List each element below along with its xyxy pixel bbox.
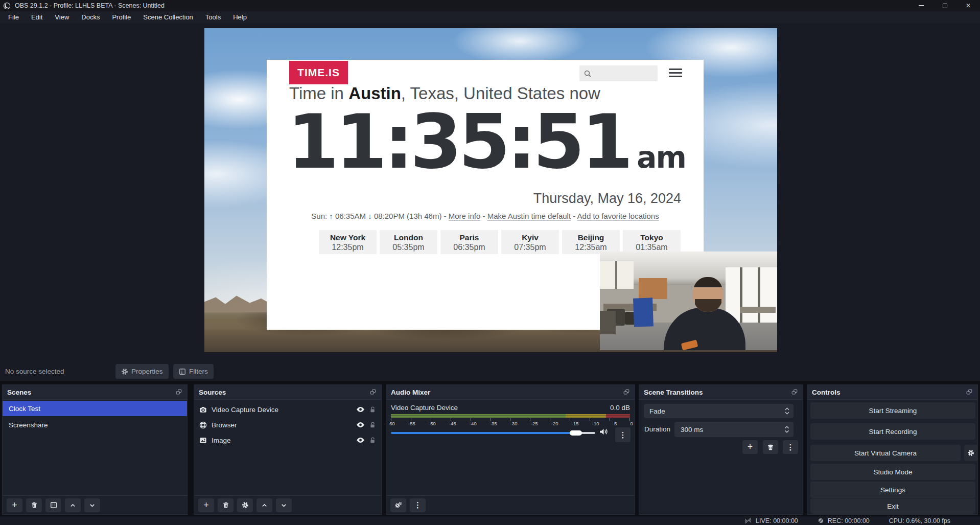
- live-status: LIVE: 00:00:00: [744, 517, 798, 524]
- link-separator: -: [480, 212, 487, 220]
- city-tokyo[interactable]: Tokyo01:35am: [623, 230, 681, 254]
- maximize-button[interactable]: [933, 0, 956, 11]
- audio-mixer-header[interactable]: Audio Mixer: [386, 385, 635, 400]
- status-bar: LIVE: 00:00:00 REC: 00:00:00 CPU: 0.6%, …: [0, 516, 980, 525]
- scenes-panel-header[interactable]: Scenes: [3, 385, 187, 400]
- controls-header[interactable]: Controls: [807, 385, 977, 400]
- city-beijing[interactable]: Beijing12:35am: [562, 230, 620, 254]
- minimize-button[interactable]: [909, 0, 933, 11]
- city-newyork[interactable]: New York12:35pm: [319, 230, 377, 254]
- mixer-options-button[interactable]: ⋮: [615, 427, 631, 442]
- meter-scale: -60-55-50-45-40-35-30-25-20-15-10-50: [388, 421, 633, 426]
- volume-slider-handle[interactable]: [570, 430, 582, 436]
- close-button[interactable]: ✕: [956, 0, 980, 11]
- chevron-up-icon: [261, 502, 268, 509]
- source-properties-button[interactable]: [237, 498, 253, 512]
- visibility-eye-icon[interactable]: [356, 437, 365, 443]
- webcam-desk: [740, 307, 775, 313]
- sources-panel-header[interactable]: Sources: [194, 385, 381, 400]
- sources-panel: Sources Video Capture Device Browser Ima…: [194, 384, 382, 515]
- broadcast-icon: [744, 517, 752, 524]
- city-london[interactable]: London05:35pm: [380, 230, 437, 254]
- studio-mode-button[interactable]: Studio Mode: [810, 464, 975, 480]
- make-default-link[interactable]: Make Austin time default: [487, 212, 571, 220]
- source-item-video-capture[interactable]: Video Capture Device: [194, 402, 381, 417]
- duration-label: Duration: [644, 425, 670, 433]
- gear-icon: [967, 449, 974, 456]
- remove-source-button[interactable]: [218, 498, 234, 512]
- move-scene-up-button[interactable]: [65, 498, 81, 512]
- popout-icon[interactable]: [369, 389, 377, 396]
- scene-filters-button[interactable]: [45, 498, 61, 512]
- add-favorite-link[interactable]: Add to favorite locations: [577, 212, 659, 220]
- visibility-eye-icon[interactable]: [356, 406, 365, 413]
- menu-view[interactable]: View: [49, 11, 75, 23]
- spinner-chevrons-icon[interactable]: [780, 426, 794, 433]
- add-transition-button[interactable]: +: [742, 440, 758, 454]
- popout-icon[interactable]: [966, 389, 973, 396]
- record-disc-icon: [818, 517, 824, 524]
- webcam-overlay[interactable]: [600, 252, 777, 350]
- start-streaming-button[interactable]: Start Streaming: [810, 402, 975, 419]
- remove-scene-button[interactable]: [26, 498, 42, 512]
- lock-icon[interactable]: [369, 437, 376, 444]
- speaker-icon[interactable]: [599, 428, 609, 436]
- source-item-browser[interactable]: Browser: [194, 417, 381, 432]
- popout-icon[interactable]: [623, 389, 630, 396]
- start-virtual-camera-button[interactable]: Start Virtual Camera: [810, 445, 961, 461]
- virtual-camera-settings-button[interactable]: [964, 445, 977, 461]
- menu-docks[interactable]: Docks: [75, 11, 106, 23]
- transitions-header[interactable]: Scene Transitions: [639, 385, 803, 400]
- no-source-selected-label: No source selected: [5, 362, 64, 381]
- title-bar: OBS 29.1.2 - Profile: LLHLS BETA - Scene…: [0, 0, 980, 11]
- duration-spinner[interactable]: 300 ms: [674, 422, 794, 437]
- volume-meter: [391, 414, 630, 416]
- move-source-up-button[interactable]: [256, 498, 272, 512]
- source-item-image[interactable]: Image: [194, 432, 381, 448]
- more-info-link[interactable]: More info: [449, 212, 481, 220]
- window-controls: ✕: [909, 0, 980, 11]
- lock-icon[interactable]: [369, 406, 376, 413]
- hamburger-menu-icon[interactable]: [669, 69, 682, 77]
- mixer-menu-button[interactable]: ⋮: [410, 498, 426, 512]
- webcam-window-right: [726, 267, 777, 323]
- settings-button[interactable]: Settings: [810, 482, 975, 498]
- start-recording-button[interactable]: Start Recording: [810, 423, 975, 440]
- scenes-toolbar: +: [3, 495, 187, 514]
- lock-icon[interactable]: [369, 421, 376, 428]
- popout-icon[interactable]: [791, 389, 798, 396]
- mixer-db-value: 0.0 dB: [610, 404, 630, 412]
- transition-select[interactable]: Fade: [644, 404, 794, 418]
- advanced-audio-button[interactable]: [390, 498, 406, 512]
- properties-button[interactable]: Properties: [115, 364, 169, 379]
- sun-times: Sun: ↑ 06:35AM ↓ 08:20PM (13h 46m) -: [311, 212, 448, 220]
- add-source-button[interactable]: +: [198, 498, 214, 512]
- volume-meter: [391, 416, 630, 418]
- popout-icon[interactable]: [175, 389, 182, 396]
- chevron-down-icon: [89, 502, 96, 509]
- move-scene-down-button[interactable]: [84, 498, 100, 512]
- remove-transition-button[interactable]: [763, 440, 778, 454]
- menu-file[interactable]: File: [2, 11, 25, 23]
- menu-tools[interactable]: Tools: [199, 11, 227, 23]
- volume-slider[interactable]: [391, 432, 595, 434]
- menu-help[interactable]: Help: [227, 11, 253, 23]
- menu-scene-collection[interactable]: Scene Collection: [137, 11, 199, 23]
- menu-edit[interactable]: Edit: [25, 11, 49, 23]
- menu-profile[interactable]: Profile: [106, 11, 137, 23]
- visibility-eye-icon[interactable]: [356, 422, 365, 428]
- search-input[interactable]: [579, 65, 658, 81]
- move-source-down-button[interactable]: [276, 498, 292, 512]
- transition-options-button[interactable]: ⋮: [783, 440, 798, 454]
- city-kyiv[interactable]: Kyiv07:35pm: [501, 230, 559, 254]
- date-text: Thursday, May 16, 2024: [533, 191, 681, 207]
- add-scene-button[interactable]: +: [7, 498, 22, 512]
- scene-item-clock-test[interactable]: Clock Test: [3, 401, 187, 416]
- scene-item-screenshare[interactable]: Screenshare: [3, 417, 187, 432]
- exit-button[interactable]: Exit: [810, 498, 975, 514]
- webcam-furniture: [600, 311, 616, 334]
- preview-canvas[interactable]: TIME.IS Time in Austin, Texas, United St…: [204, 28, 777, 352]
- filters-button[interactable]: Filters: [173, 364, 214, 379]
- city-paris[interactable]: Paris06:35pm: [440, 230, 498, 254]
- clock-meridiem: am: [637, 140, 686, 175]
